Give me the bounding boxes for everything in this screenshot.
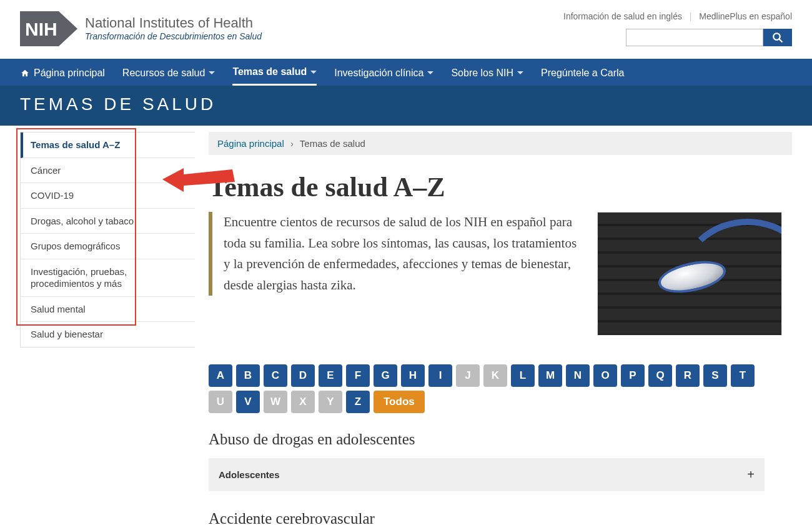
- section-band: TEMAS DE SALUD: [0, 86, 812, 126]
- alpha-Q[interactable]: Q: [648, 364, 672, 387]
- alpha-all[interactable]: Todos: [374, 391, 425, 413]
- nav-label: Temas de salud: [232, 66, 307, 78]
- sidebar: Temas de salud A–ZCáncerCOVID-19Drogas, …: [20, 132, 195, 348]
- alpha-I[interactable]: I: [428, 364, 452, 387]
- brand-title: National Institutes of Health: [85, 15, 262, 31]
- intro-image-stethoscope: [597, 212, 782, 336]
- sidebar-item-7[interactable]: Salud y bienestar: [21, 322, 195, 347]
- nav-item-3[interactable]: Investigación clínica: [334, 59, 433, 86]
- plus-icon: +: [747, 468, 755, 482]
- nav-item-4[interactable]: Sobre los NIH: [451, 59, 523, 86]
- nav-label: Recursos de salud: [122, 68, 205, 79]
- nav-item-2[interactable]: Temas de salud: [232, 59, 317, 86]
- alpha-N[interactable]: N: [566, 364, 590, 387]
- accordion-label: Adolescentes: [219, 469, 280, 480]
- alpha-G[interactable]: G: [374, 364, 397, 387]
- alpha-H[interactable]: H: [401, 364, 425, 387]
- chevron-down-icon: [209, 71, 215, 74]
- page-title: Temas de salud A–Z: [209, 171, 792, 203]
- alpha-J: J: [456, 364, 480, 387]
- chevron-down-icon: [517, 71, 523, 74]
- nav-label: Investigación clínica: [334, 68, 423, 79]
- alpha-V[interactable]: V: [236, 391, 260, 413]
- search-input[interactable]: [626, 29, 763, 46]
- crumb-home[interactable]: Página principal: [217, 138, 284, 149]
- utility-links: Información de salud en inglés | Medline…: [563, 11, 792, 21]
- alpha-M[interactable]: M: [538, 364, 562, 387]
- topic-heading-0[interactable]: Abuso de drogas en adolescentes: [209, 431, 792, 448]
- svg-line-4: [779, 39, 782, 42]
- nih-logo[interactable]: NIH: [20, 11, 77, 46]
- alpha-F[interactable]: F: [346, 364, 370, 387]
- nav-item-1[interactable]: Recursos de salud: [122, 59, 215, 86]
- util-link-medlineplus[interactable]: MedlinePlus en español: [699, 11, 792, 21]
- nav-label: Pregúntele a Carla: [541, 68, 624, 79]
- svg-text:NIH: NIH: [25, 19, 57, 39]
- brand: NIH National Institutes of Health Transf…: [20, 11, 262, 46]
- chevron-down-icon: [427, 71, 433, 74]
- alpha-K: K: [483, 364, 507, 387]
- alpha-Z[interactable]: Z: [346, 391, 370, 413]
- nav-label: Página principal: [34, 68, 105, 79]
- sidebar-item-5[interactable]: Investigación, pruebas, procedimientos y…: [21, 259, 195, 297]
- sidebar-item-3[interactable]: Drogas, alcohol y tabaco: [21, 209, 195, 234]
- brand-tagline: Transformación de Descubrimientos en Sal…: [85, 31, 262, 41]
- nav-item-0[interactable]: Página principal: [20, 59, 105, 86]
- home-icon: [20, 69, 30, 78]
- svg-point-3: [773, 33, 780, 40]
- sidebar-item-4[interactable]: Grupos demográficos: [21, 234, 195, 259]
- alpha-S[interactable]: S: [703, 364, 727, 387]
- crumb-current: Temas de salud: [300, 138, 365, 149]
- search-icon: [772, 32, 783, 43]
- alpha-U: U: [209, 391, 232, 413]
- alpha-T[interactable]: T: [731, 364, 755, 387]
- sidebar-item-6[interactable]: Salud mental: [21, 297, 195, 322]
- annotation-arrow: [162, 167, 237, 204]
- alpha-A[interactable]: A: [209, 364, 232, 387]
- top-nav: Página principalRecursos de saludTemas d…: [0, 59, 812, 86]
- search-button[interactable]: [763, 29, 792, 46]
- alpha-P[interactable]: P: [621, 364, 645, 387]
- breadcrumb: Página principal › Temas de salud: [209, 132, 792, 155]
- alpha-B[interactable]: B: [236, 364, 260, 387]
- topic-heading-1[interactable]: Accidente cerebrovascular: [209, 510, 792, 525]
- alpha-D[interactable]: D: [291, 364, 315, 387]
- alpha-O[interactable]: O: [593, 364, 617, 387]
- alpha-X: X: [291, 391, 315, 413]
- nav-item-5[interactable]: Pregúntele a Carla: [541, 59, 624, 86]
- alpha-C[interactable]: C: [264, 364, 287, 387]
- util-link-english[interactable]: Información de salud en inglés: [563, 11, 682, 21]
- chevron-right-icon: ›: [290, 138, 294, 149]
- chevron-down-icon: [310, 71, 317, 74]
- alpha-L[interactable]: L: [511, 364, 535, 387]
- alpha-E[interactable]: E: [319, 364, 342, 387]
- nav-label: Sobre los NIH: [451, 68, 513, 79]
- alpha-R[interactable]: R: [676, 364, 700, 387]
- alpha-Y: Y: [319, 391, 342, 413]
- svg-marker-5: [162, 168, 235, 192]
- alpha-W: W: [264, 391, 287, 413]
- accordion-0[interactable]: Adolescentes+: [209, 458, 765, 491]
- section-title: TEMAS DE SALUD: [20, 94, 792, 114]
- intro-text: Encuentre cientos de recursos de salud d…: [209, 212, 577, 296]
- svg-marker-1: [59, 11, 77, 46]
- sidebar-item-0[interactable]: Temas de salud A–Z: [21, 132, 195, 158]
- alphabet-filter: ABCDEFGHIJKLMNOPQRSTUVWXYZTodos: [209, 364, 758, 413]
